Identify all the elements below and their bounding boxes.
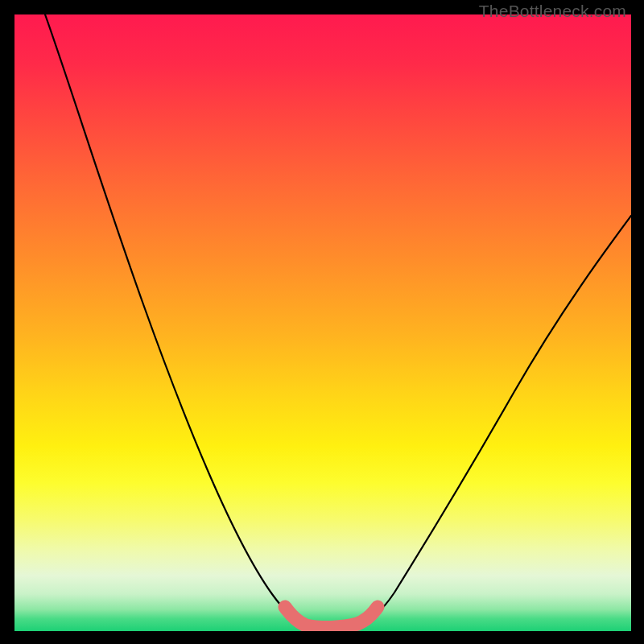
optimal-zone-overlay bbox=[285, 607, 378, 627]
plot-area bbox=[14, 14, 631, 631]
chart-frame: TheBottleneck.com bbox=[0, 0, 644, 644]
bottleneck-curve-path bbox=[45, 14, 631, 627]
curve-svg bbox=[14, 14, 631, 631]
